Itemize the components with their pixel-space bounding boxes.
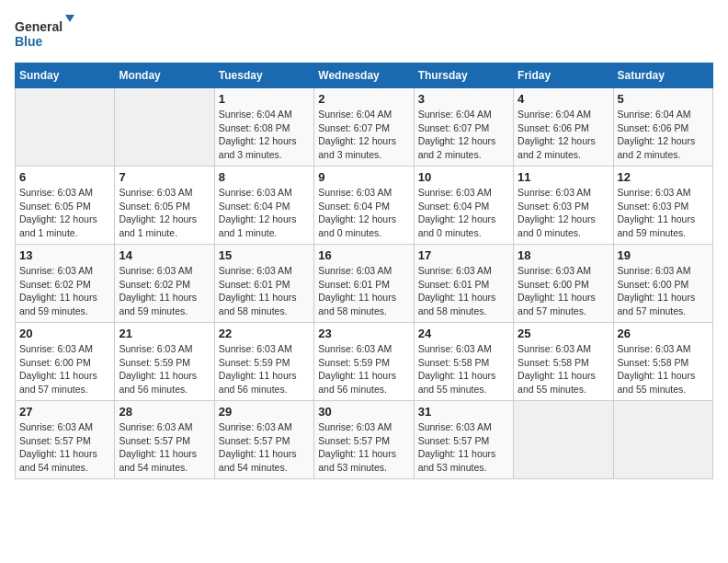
day-number: 1 — [219, 92, 310, 106]
day-number: 6 — [19, 170, 110, 184]
calendar-cell: 15Sunrise: 6:03 AM Sunset: 6:01 PM Dayli… — [214, 245, 313, 323]
day-info: Sunrise: 6:04 AM Sunset: 6:07 PM Dayligh… — [318, 108, 409, 162]
calendar-cell: 10Sunrise: 6:03 AM Sunset: 6:04 PM Dayli… — [414, 167, 513, 245]
calendar-cell: 7Sunrise: 6:03 AM Sunset: 6:05 PM Daylig… — [115, 167, 214, 245]
calendar-cell: 6Sunrise: 6:03 AM Sunset: 6:05 PM Daylig… — [16, 167, 115, 245]
day-info: Sunrise: 6:03 AM Sunset: 5:57 PM Dayligh… — [19, 420, 110, 475]
day-info: Sunrise: 6:03 AM Sunset: 5:58 PM Dayligh… — [518, 342, 609, 396]
day-info: Sunrise: 6:03 AM Sunset: 5:59 PM Dayligh… — [318, 342, 409, 396]
calendar-cell: 18Sunrise: 6:03 AM Sunset: 6:00 PM Dayli… — [514, 245, 613, 323]
day-info: Sunrise: 6:03 AM Sunset: 6:03 PM Dayligh… — [518, 186, 609, 240]
day-info: Sunrise: 6:03 AM Sunset: 6:00 PM Dayligh… — [19, 342, 110, 396]
day-info: Sunrise: 6:03 AM Sunset: 6:04 PM Dayligh… — [418, 186, 509, 240]
calendar-cell: 17Sunrise: 6:03 AM Sunset: 6:01 PM Dayli… — [414, 245, 513, 323]
page-header: GeneralBlue — [15, 15, 713, 52]
day-info: Sunrise: 6:03 AM Sunset: 6:04 PM Dayligh… — [219, 186, 310, 240]
day-number: 27 — [19, 405, 110, 419]
day-number: 31 — [418, 405, 509, 419]
day-info: Sunrise: 6:03 AM Sunset: 6:00 PM Dayligh… — [618, 264, 709, 318]
calendar-cell: 25Sunrise: 6:03 AM Sunset: 5:58 PM Dayli… — [514, 323, 613, 401]
day-info: Sunrise: 6:03 AM Sunset: 5:57 PM Dayligh… — [318, 420, 409, 475]
calendar-table: SundayMondayTuesdayWednesdayThursdayFrid… — [15, 63, 713, 479]
calendar-cell: 31Sunrise: 6:03 AM Sunset: 5:57 PM Dayli… — [414, 401, 513, 479]
calendar-cell: 30Sunrise: 6:03 AM Sunset: 5:57 PM Dayli… — [314, 401, 414, 479]
day-info: Sunrise: 6:03 AM Sunset: 6:02 PM Dayligh… — [19, 264, 110, 318]
day-info: Sunrise: 6:04 AM Sunset: 6:07 PM Dayligh… — [418, 108, 509, 162]
day-info: Sunrise: 6:03 AM Sunset: 5:57 PM Dayligh… — [418, 420, 509, 475]
day-number: 21 — [119, 327, 210, 340]
day-info: Sunrise: 6:03 AM Sunset: 6:03 PM Dayligh… — [618, 186, 709, 240]
calendar-cell: 2Sunrise: 6:04 AM Sunset: 6:07 PM Daylig… — [314, 88, 414, 167]
header-day: Monday — [115, 63, 214, 88]
day-number: 30 — [318, 405, 409, 419]
calendar-cell: 8Sunrise: 6:03 AM Sunset: 6:04 PM Daylig… — [214, 167, 313, 245]
day-info: Sunrise: 6:03 AM Sunset: 5:57 PM Dayligh… — [219, 420, 310, 475]
header-day: Wednesday — [314, 63, 414, 88]
calendar-cell: 14Sunrise: 6:03 AM Sunset: 6:02 PM Dayli… — [115, 245, 214, 323]
day-number: 15 — [219, 248, 310, 262]
day-info: Sunrise: 6:04 AM Sunset: 6:08 PM Dayligh… — [219, 108, 310, 162]
calendar-cell: 4Sunrise: 6:04 AM Sunset: 6:06 PM Daylig… — [514, 88, 613, 167]
calendar-week: 6Sunrise: 6:03 AM Sunset: 6:05 PM Daylig… — [16, 167, 713, 245]
calendar-cell: 19Sunrise: 6:03 AM Sunset: 6:00 PM Dayli… — [613, 245, 712, 323]
day-number: 11 — [518, 170, 609, 184]
day-info: Sunrise: 6:03 AM Sunset: 6:00 PM Dayligh… — [518, 264, 609, 318]
day-number: 9 — [318, 170, 409, 184]
calendar-cell: 27Sunrise: 6:03 AM Sunset: 5:57 PM Dayli… — [16, 401, 115, 479]
header-day: Thursday — [414, 63, 513, 88]
day-number: 19 — [618, 248, 709, 262]
calendar-cell: 22Sunrise: 6:03 AM Sunset: 5:59 PM Dayli… — [214, 323, 313, 401]
calendar-cell — [613, 401, 712, 479]
day-info: Sunrise: 6:03 AM Sunset: 6:01 PM Dayligh… — [219, 264, 310, 318]
header-day: Sunday — [16, 63, 115, 88]
header-row: SundayMondayTuesdayWednesdayThursdayFrid… — [16, 63, 713, 88]
calendar-cell: 24Sunrise: 6:03 AM Sunset: 5:58 PM Dayli… — [414, 323, 513, 401]
day-number: 8 — [219, 170, 310, 184]
calendar-week: 27Sunrise: 6:03 AM Sunset: 5:57 PM Dayli… — [16, 401, 713, 479]
calendar-cell — [16, 88, 115, 167]
day-number: 14 — [119, 248, 210, 262]
day-info: Sunrise: 6:03 AM Sunset: 5:59 PM Dayligh… — [119, 342, 210, 396]
day-number: 7 — [119, 170, 210, 184]
day-number: 23 — [318, 327, 409, 340]
calendar-cell: 9Sunrise: 6:03 AM Sunset: 6:04 PM Daylig… — [314, 167, 414, 245]
day-info: Sunrise: 6:04 AM Sunset: 6:06 PM Dayligh… — [518, 108, 609, 162]
day-number: 16 — [318, 248, 409, 262]
logo-icon: GeneralBlue — [15, 15, 79, 52]
calendar-cell: 26Sunrise: 6:03 AM Sunset: 5:58 PM Dayli… — [613, 323, 712, 401]
day-info: Sunrise: 6:03 AM Sunset: 6:02 PM Dayligh… — [119, 264, 210, 318]
calendar-week: 13Sunrise: 6:03 AM Sunset: 6:02 PM Dayli… — [16, 245, 713, 323]
calendar-cell: 20Sunrise: 6:03 AM Sunset: 6:00 PM Dayli… — [16, 323, 115, 401]
day-info: Sunrise: 6:03 AM Sunset: 6:01 PM Dayligh… — [418, 264, 509, 318]
svg-text:General: General — [15, 19, 63, 34]
logo: GeneralBlue — [15, 15, 79, 52]
day-info: Sunrise: 6:03 AM Sunset: 6:04 PM Dayligh… — [318, 186, 409, 240]
day-number: 3 — [418, 92, 509, 106]
header-day: Friday — [514, 63, 613, 88]
calendar-cell: 12Sunrise: 6:03 AM Sunset: 6:03 PM Dayli… — [613, 167, 712, 245]
calendar-cell: 28Sunrise: 6:03 AM Sunset: 5:57 PM Dayli… — [115, 401, 214, 479]
day-number: 2 — [318, 92, 409, 106]
calendar-cell: 13Sunrise: 6:03 AM Sunset: 6:02 PM Dayli… — [16, 245, 115, 323]
day-info: Sunrise: 6:04 AM Sunset: 6:06 PM Dayligh… — [618, 108, 709, 162]
day-number: 26 — [618, 327, 709, 340]
calendar-cell: 1Sunrise: 6:04 AM Sunset: 6:08 PM Daylig… — [214, 88, 313, 167]
day-number: 17 — [418, 248, 509, 262]
day-info: Sunrise: 6:03 AM Sunset: 5:59 PM Dayligh… — [219, 342, 310, 396]
calendar-cell: 21Sunrise: 6:03 AM Sunset: 5:59 PM Dayli… — [115, 323, 214, 401]
day-number: 13 — [19, 248, 110, 262]
calendar-cell — [514, 401, 613, 479]
day-info: Sunrise: 6:03 AM Sunset: 6:01 PM Dayligh… — [318, 264, 409, 318]
calendar-cell: 16Sunrise: 6:03 AM Sunset: 6:01 PM Dayli… — [314, 245, 414, 323]
day-number: 24 — [418, 327, 509, 340]
day-info: Sunrise: 6:03 AM Sunset: 5:58 PM Dayligh… — [618, 342, 709, 396]
day-info: Sunrise: 6:03 AM Sunset: 5:57 PM Dayligh… — [119, 420, 210, 475]
day-number: 20 — [19, 327, 110, 340]
calendar-cell: 23Sunrise: 6:03 AM Sunset: 5:59 PM Dayli… — [314, 323, 414, 401]
svg-text:Blue: Blue — [15, 34, 43, 49]
day-number: 25 — [518, 327, 609, 340]
calendar-week: 1Sunrise: 6:04 AM Sunset: 6:08 PM Daylig… — [16, 88, 713, 167]
day-number: 5 — [618, 92, 709, 106]
day-number: 12 — [618, 170, 709, 184]
day-info: Sunrise: 6:03 AM Sunset: 5:58 PM Dayligh… — [418, 342, 509, 396]
